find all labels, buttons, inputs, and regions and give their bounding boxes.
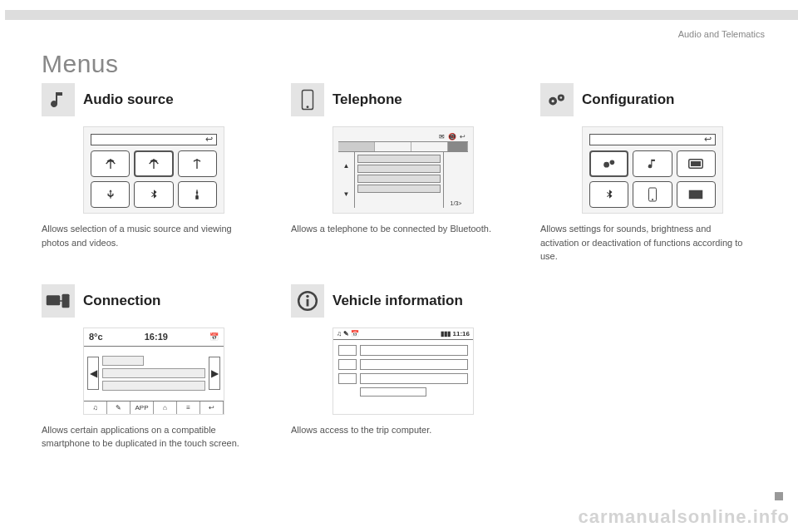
menu-title: Vehicle information bbox=[332, 293, 463, 309]
gears-icon bbox=[540, 83, 574, 116]
cell bbox=[338, 359, 357, 370]
menu-header: Vehicle information bbox=[291, 284, 524, 318]
screenshot-configuration bbox=[582, 126, 723, 214]
tile-bluetooth bbox=[134, 181, 173, 208]
svg-point-16 bbox=[306, 294, 308, 297]
cell bbox=[338, 373, 357, 384]
cell bbox=[338, 345, 357, 356]
contact-list bbox=[355, 152, 443, 208]
menu-description: Allows selection of a music source and v… bbox=[42, 222, 245, 249]
title-bar bbox=[589, 134, 716, 145]
app-row bbox=[102, 356, 144, 366]
tile-usb bbox=[91, 181, 130, 208]
svg-point-7 bbox=[609, 160, 614, 165]
menu-header: Configuration bbox=[540, 83, 773, 116]
list-item bbox=[357, 175, 441, 183]
menu-header: Connection bbox=[42, 284, 274, 318]
tab-3 bbox=[411, 142, 448, 151]
svg-point-6 bbox=[603, 162, 609, 168]
cell bbox=[360, 359, 468, 370]
page-title: Menus bbox=[42, 50, 119, 78]
info-icon bbox=[291, 284, 324, 318]
arrow-down-icon: ▼ bbox=[343, 190, 350, 198]
list-item bbox=[357, 165, 441, 173]
list-item bbox=[357, 185, 441, 193]
menu-description: Allows a telephone to be connected by Bl… bbox=[291, 222, 495, 236]
tabs bbox=[338, 142, 468, 152]
tab-4 bbox=[448, 142, 468, 151]
menu-configuration: Configuration Allows settings for sounds… bbox=[540, 83, 773, 264]
menu-title: Connection bbox=[83, 293, 161, 309]
menu-header: Audio source bbox=[42, 83, 274, 116]
tile-antenna-1 bbox=[91, 150, 130, 177]
tab-2 bbox=[375, 142, 411, 151]
watermark: carmanualsonline.info bbox=[579, 506, 791, 528]
arrow-up-icon: ▲ bbox=[343, 162, 350, 170]
list-item bbox=[357, 155, 441, 163]
bottom-music-icon: ♫ bbox=[84, 401, 107, 414]
screenshot-telephone: ✉ 📵 ↩ ▲ ▼ 1 bbox=[332, 126, 474, 214]
menu-description: Allows certain applications on a compati… bbox=[42, 423, 245, 451]
svg-rect-9 bbox=[691, 161, 701, 166]
cell bbox=[360, 373, 468, 384]
menu-telephone: Telephone ✉ 📵 ↩ ▲ ▼ bbox=[291, 83, 524, 264]
pager: 1/3> bbox=[443, 152, 468, 208]
menu-vehicle-information: Vehicle information ♫ ✎ 📅 ▮▮▮ 11:16 Allo… bbox=[291, 284, 524, 451]
menu-description: Allows settings for sounds, brightness a… bbox=[540, 222, 744, 264]
arrow-right-icon: ▶ bbox=[209, 357, 220, 390]
menu-title: Configuration bbox=[582, 91, 674, 108]
tile-display bbox=[677, 150, 716, 177]
clock: 16:19 bbox=[145, 332, 168, 342]
music-note-icon bbox=[42, 83, 75, 116]
status-right-clock: ▮▮▮ 11:16 bbox=[441, 330, 470, 337]
menu-title: Audio source bbox=[83, 91, 174, 108]
top-band bbox=[0, 10, 798, 20]
app-row bbox=[102, 381, 205, 391]
mirrorlink-icon bbox=[42, 284, 75, 318]
bottom-app-label: APP bbox=[131, 401, 154, 414]
menu-description: Allows access to the trip computer. bbox=[291, 423, 495, 437]
scroll-arrows: ▲ ▼ bbox=[338, 152, 355, 208]
back-icon: ↩ bbox=[460, 133, 466, 140]
tile-bluetooth bbox=[589, 181, 628, 208]
arrow-left-icon: ◀ bbox=[87, 357, 99, 390]
svg-point-5 bbox=[560, 96, 563, 99]
bottom-edit-icon: ✎ bbox=[107, 401, 131, 414]
tile-antenna-3 bbox=[178, 150, 217, 177]
bottom-back-icon: ↩ bbox=[200, 401, 224, 414]
menu-header: Telephone bbox=[291, 83, 524, 116]
cell bbox=[360, 345, 468, 356]
svg-rect-12 bbox=[689, 190, 703, 200]
bottom-menu-icon: ≡ bbox=[177, 401, 200, 414]
tile-settings-gears bbox=[589, 150, 628, 177]
svg-rect-17 bbox=[307, 298, 309, 306]
app-row bbox=[102, 368, 205, 378]
status-bar: ✉ 📵 ↩ bbox=[338, 132, 468, 142]
tab-1 bbox=[338, 142, 375, 151]
cell-small bbox=[360, 387, 426, 397]
header-section-label: Audio and Telematics bbox=[678, 29, 765, 39]
tile-music bbox=[633, 150, 672, 177]
bottom-bar: ♫ ✎ APP ⌂ ≡ ↩ bbox=[84, 401, 224, 414]
menu-connection: Connection 8°c 16:19 📅 ◀ ▶ ♫ ✎ APP bbox=[42, 284, 274, 451]
screenshot-audio-source bbox=[83, 126, 224, 214]
smartphone-icon bbox=[291, 83, 324, 116]
tile-antenna-2 bbox=[134, 150, 173, 177]
menu-audio-source: Audio source Allows selection of a music… bbox=[42, 83, 274, 264]
temperature: 8°c bbox=[89, 332, 103, 342]
tile-phone bbox=[633, 181, 672, 208]
svg-point-3 bbox=[552, 100, 554, 102]
mail-icon: ✉ bbox=[439, 133, 445, 140]
tile-screen bbox=[677, 181, 716, 208]
status-left-icons: ♫ ✎ 📅 bbox=[337, 330, 359, 337]
svg-rect-13 bbox=[47, 295, 61, 305]
page-marker bbox=[775, 492, 783, 500]
menus-grid: Audio source Allows selection of a music… bbox=[42, 83, 773, 451]
svg-point-1 bbox=[307, 106, 309, 108]
svg-point-11 bbox=[652, 199, 653, 200]
bottom-home-icon: ⌂ bbox=[154, 401, 177, 414]
screenshot-vehicle-info: ♫ ✎ 📅 ▮▮▮ 11:16 bbox=[332, 328, 474, 415]
tile-aux-jack bbox=[178, 181, 217, 208]
screenshot-connection: 8°c 16:19 📅 ◀ ▶ ♫ ✎ APP ⌂ ≡ ↩ bbox=[83, 328, 224, 415]
status-bar: 8°c 16:19 📅 bbox=[84, 328, 224, 347]
